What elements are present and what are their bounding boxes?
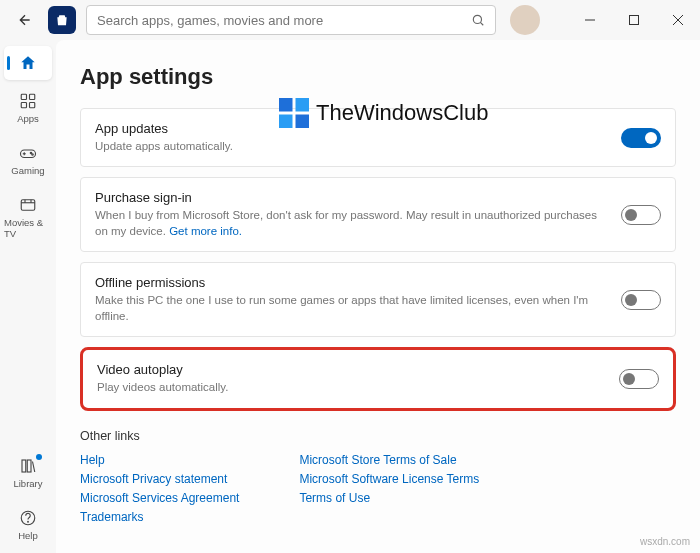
card-desc: Make this PC the one I use to run some g… — [95, 292, 609, 324]
gamepad-icon — [19, 144, 37, 162]
search-icon — [471, 13, 485, 27]
nav-help[interactable]: Help — [4, 501, 52, 549]
link-help[interactable]: Help — [80, 453, 239, 467]
svg-rect-18 — [22, 460, 26, 472]
link-terms-use[interactable]: Terms of Use — [299, 491, 479, 505]
back-button[interactable] — [8, 3, 42, 37]
card-video-autoplay: Video autoplay Play videos automatically… — [80, 347, 676, 410]
svg-rect-23 — [279, 98, 293, 112]
close-button[interactable] — [656, 6, 700, 34]
nav-library[interactable]: Library — [4, 449, 52, 497]
nav-home[interactable] — [4, 46, 52, 80]
link-license-terms[interactable]: Microsoft Software License Terms — [299, 472, 479, 486]
home-icon — [19, 54, 37, 72]
card-title: Purchase sign-in — [95, 190, 609, 205]
page-title: App settings — [80, 64, 676, 90]
svg-rect-26 — [296, 115, 310, 129]
svg-rect-24 — [296, 98, 310, 112]
nav-movies[interactable]: Movies & TV — [4, 188, 52, 247]
nav-label: Library — [13, 478, 42, 489]
nav-apps[interactable]: Apps — [4, 84, 52, 132]
badge-dot — [36, 454, 42, 460]
svg-line-20 — [33, 462, 35, 473]
arrow-left-icon — [17, 12, 33, 28]
maximize-button[interactable] — [612, 6, 656, 34]
svg-rect-7 — [21, 103, 26, 108]
search-box[interactable] — [86, 5, 496, 35]
svg-rect-5 — [21, 94, 26, 99]
svg-rect-19 — [27, 460, 31, 472]
toggle-app-updates[interactable] — [621, 128, 661, 148]
svg-rect-6 — [30, 94, 35, 99]
svg-rect-14 — [21, 200, 35, 211]
card-desc: Update apps automatically. — [95, 138, 609, 154]
card-desc: Play videos automatically. — [97, 379, 607, 395]
card-desc: When I buy from Microsoft Store, don't a… — [95, 207, 609, 239]
library-icon — [19, 457, 37, 475]
get-more-info-link[interactable]: Get more info. — [169, 225, 242, 237]
nav-label: Help — [18, 530, 38, 541]
help-icon — [19, 509, 37, 527]
svg-point-0 — [473, 15, 481, 23]
window-controls — [568, 6, 700, 34]
link-services-agreement[interactable]: Microsoft Services Agreement — [80, 491, 239, 505]
film-icon — [19, 196, 37, 214]
minimize-button[interactable] — [568, 6, 612, 34]
other-links-section: Other links Help Microsoft Privacy state… — [80, 429, 676, 524]
user-avatar[interactable] — [510, 5, 540, 35]
watermark-logo: TheWindowsClub — [276, 95, 488, 131]
svg-point-12 — [30, 152, 32, 154]
svg-rect-25 — [279, 115, 293, 129]
svg-rect-2 — [630, 16, 639, 25]
card-title: Offline permissions — [95, 275, 609, 290]
nav-gaming[interactable]: Gaming — [4, 136, 52, 184]
search-input[interactable] — [97, 13, 471, 28]
card-title: Video autoplay — [97, 362, 607, 377]
link-terms-sale[interactable]: Microsoft Store Terms of Sale — [299, 453, 479, 467]
link-trademarks[interactable]: Trademarks — [80, 510, 239, 524]
watermark-domain: wsxdn.com — [640, 536, 690, 547]
toggle-video-autoplay[interactable] — [619, 369, 659, 389]
svg-point-13 — [32, 154, 34, 156]
sidebar: Apps Gaming Movies & TV Library Help — [0, 40, 56, 553]
card-purchase-signin: Purchase sign-in When I buy from Microso… — [80, 177, 676, 252]
store-logo-icon — [48, 6, 76, 34]
card-offline-permissions: Offline permissions Make this PC the one… — [80, 262, 676, 337]
watermark-text: TheWindowsClub — [316, 100, 488, 126]
link-privacy[interactable]: Microsoft Privacy statement — [80, 472, 239, 486]
toggle-purchase-signin[interactable] — [621, 205, 661, 225]
titlebar — [0, 0, 700, 40]
main-content: App settings TheWindowsClub App updates … — [56, 40, 700, 553]
nav-label: Movies & TV — [4, 217, 52, 239]
other-links-title: Other links — [80, 429, 676, 443]
apps-icon — [19, 92, 37, 110]
nav-label: Apps — [17, 113, 39, 124]
svg-point-22 — [28, 521, 29, 522]
nav-label: Gaming — [11, 165, 44, 176]
svg-rect-8 — [30, 103, 35, 108]
toggle-offline-permissions[interactable] — [621, 290, 661, 310]
